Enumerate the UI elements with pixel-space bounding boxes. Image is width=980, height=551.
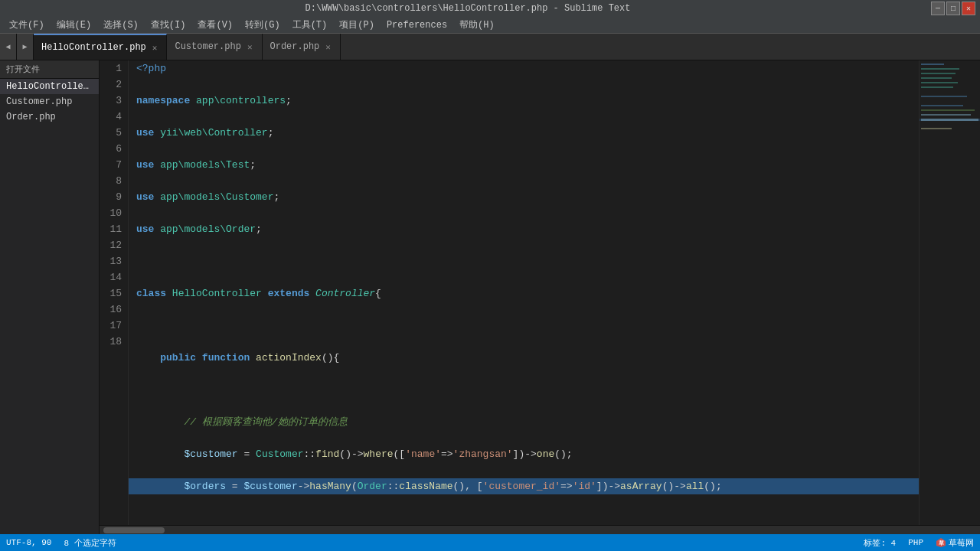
tab-order-close[interactable]: ✕ — [324, 42, 332, 52]
code-container[interactable]: 1 2 3 4 5 6 7 8 9 10 11 12 13 14 15 16 1… — [100, 60, 980, 525]
sidebar: 打开文件 HelloController.php Customer.php Or… — [0, 60, 100, 534]
window-controls: ─ □ ✕ — [931, 2, 975, 15]
svg-rect-4 — [921, 77, 952, 79]
menu-file[interactable]: 文件(F) — [3, 17, 51, 33]
menu-project[interactable]: 项目(P) — [333, 17, 381, 33]
window-title: D:\WWW\basic\controllers\HelloController… — [5, 3, 931, 14]
svg-rect-1 — [921, 64, 944, 65]
brand-icon: 草 — [936, 537, 946, 548]
tab-order-label: Order.php — [270, 41, 320, 52]
menu-help[interactable]: 帮助(H) — [453, 17, 501, 33]
tab-customer-close[interactable]: ✕ — [246, 42, 254, 52]
svg-rect-6 — [921, 86, 953, 88]
menu-view[interactable]: 查看(V) — [191, 17, 239, 33]
svg-rect-9 — [921, 109, 975, 111]
menu-select[interactable]: 选择(S) — [97, 17, 145, 33]
svg-text:草: 草 — [939, 540, 944, 546]
line-numbers: 1 2 3 4 5 6 7 8 9 10 11 12 13 14 15 16 1… — [100, 60, 129, 525]
tab-hellocontroller-label: HelloController.php — [41, 42, 146, 53]
menu-preferences[interactable]: Preferences — [381, 18, 453, 32]
status-right: 标签: 4 PHP 草 草莓网 — [864, 537, 974, 549]
tab-customer-label: Customer.php — [175, 41, 240, 52]
status-brand: 草 草莓网 — [936, 537, 974, 549]
status-line-col: 标签: 4 — [864, 537, 896, 549]
svg-rect-13 — [921, 128, 952, 129]
svg-rect-7 — [921, 96, 967, 97]
svg-rect-12 — [921, 119, 978, 121]
sidebar-file-customer[interactable]: Customer.php — [0, 94, 99, 109]
minimap-visual — [920, 60, 980, 367]
svg-rect-2 — [921, 68, 959, 70]
tab-hellocontroller-close[interactable]: ✕ — [151, 43, 159, 53]
svg-rect-8 — [921, 105, 963, 106]
tab-prev-button[interactable]: ◀ — [0, 34, 17, 60]
sidebar-file-order[interactable]: Order.php — [0, 109, 99, 125]
svg-rect-10 — [921, 114, 971, 116]
scrollbar-thumb[interactable] — [103, 527, 165, 533]
sidebar-header: 打开文件 — [0, 60, 99, 79]
svg-rect-5 — [921, 82, 958, 83]
tab-next-button[interactable]: ▶ — [17, 34, 34, 60]
status-left: UTF-8, 90 8 个选定字符 — [6, 537, 116, 549]
menu-find[interactable]: 查找(I) — [145, 17, 192, 33]
tab-hellocontroller[interactable]: HelloController.php ✕ — [34, 34, 167, 60]
tab-order[interactable]: Order.php ✕ — [263, 34, 341, 60]
maximize-button[interactable]: □ — [946, 2, 960, 15]
tab-bar: ◀ ▶ HelloController.php ✕ Customer.php ✕… — [0, 34, 980, 60]
tab-customer[interactable]: Customer.php ✕ — [167, 34, 262, 60]
main-layout: 打开文件 HelloController.php Customer.php Or… — [0, 60, 980, 534]
svg-rect-3 — [921, 73, 956, 74]
menu-tools[interactable]: 工具(T) — [286, 17, 334, 33]
menu-edit[interactable]: 编辑(E) — [51, 17, 98, 33]
horizontal-scrollbar[interactable] — [100, 525, 980, 534]
title-bar: D:\WWW\basic\controllers\HelloController… — [0, 0, 980, 17]
minimize-button[interactable]: ─ — [931, 2, 945, 15]
status-encoding: UTF-8, 90 — [6, 538, 51, 547]
close-button[interactable]: ✕ — [962, 2, 975, 15]
status-bar: UTF-8, 90 8 个选定字符 标签: 4 PHP 草 草莓网 — [0, 534, 980, 551]
minimap — [919, 60, 980, 525]
sidebar-file-hello[interactable]: HelloController.php — [0, 79, 99, 94]
menu-goto[interactable]: 转到(G) — [239, 17, 286, 33]
code-editor[interactable]: <?php namespace app\controllers; use yii… — [129, 60, 919, 525]
status-language: PHP — [908, 538, 923, 547]
menu-bar: 文件(F) 编辑(E) 选择(S) 查找(I) 查看(V) 转到(G) 工具(T… — [0, 17, 980, 34]
editor-area: 1 2 3 4 5 6 7 8 9 10 11 12 13 14 15 16 1… — [100, 60, 980, 534]
status-selection: 8 个选定字符 — [64, 537, 116, 549]
